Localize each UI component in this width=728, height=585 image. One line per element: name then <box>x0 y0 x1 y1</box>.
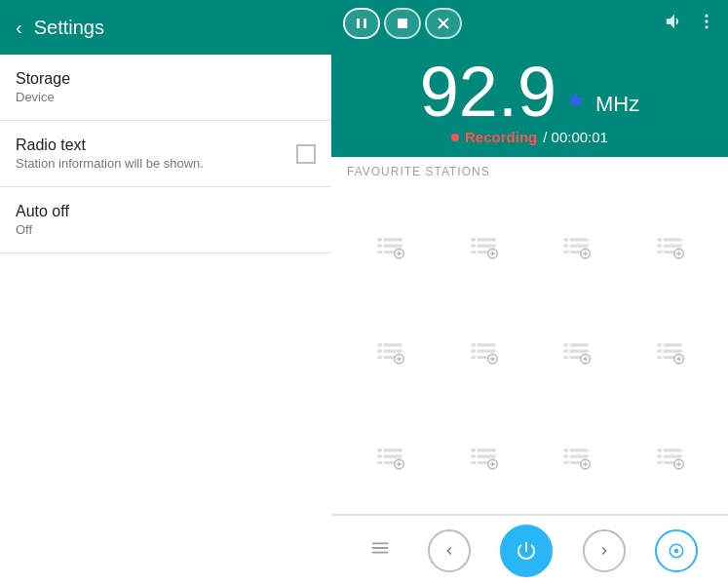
fav-station-6[interactable] <box>437 295 530 401</box>
fav-station-4[interactable] <box>623 190 716 295</box>
recording-time: / 00:00:01 <box>543 129 608 145</box>
svg-rect-1 <box>364 19 366 28</box>
fav-station-2[interactable] <box>437 190 530 295</box>
close-button[interactable] <box>425 8 462 39</box>
radio-text-setting-subtitle: Station information will be shown. <box>16 156 204 171</box>
fav-station-8[interactable] <box>623 295 716 401</box>
recording-dot-icon <box>451 134 459 141</box>
storage-setting-title: Storage <box>16 70 70 88</box>
next-station-button[interactable] <box>583 529 626 572</box>
settings-title: Settings <box>34 17 104 39</box>
fav-station-10[interactable] <box>437 401 530 506</box>
fav-station-11[interactable] <box>530 401 624 506</box>
stop-button[interactable] <box>384 8 421 39</box>
fav-station-3[interactable] <box>530 190 624 295</box>
previous-station-button[interactable] <box>428 529 471 572</box>
radio-text-setting-title: Radio text <box>16 136 204 154</box>
radio-playback-controls <box>343 8 462 39</box>
auto-off-setting-item[interactable]: Auto off Off <box>0 187 331 254</box>
auto-off-setting-subtitle: Off <box>16 222 69 237</box>
storage-setting-subtitle: Device <box>16 90 70 104</box>
recording-row: Recording / 00:00:01 <box>451 129 608 145</box>
volume-icon[interactable] <box>664 11 685 37</box>
tuner-button[interactable] <box>655 529 698 572</box>
auto-off-setting-title: Auto off <box>16 203 69 220</box>
more-options-icon[interactable] <box>697 12 716 36</box>
radio-panel: 92.9 ★ MHz Recording / 00:00:01 FAVOURIT… <box>331 0 728 585</box>
settings-panel: ‹ Settings Storage Device Radio text Sta… <box>0 0 331 585</box>
radio-text-checkbox[interactable] <box>296 144 316 164</box>
back-button[interactable]: ‹ <box>16 17 22 39</box>
fav-station-9[interactable] <box>343 401 437 506</box>
recording-label: Recording <box>465 129 537 145</box>
svg-point-5 <box>705 14 708 17</box>
radio-right-icons <box>664 11 716 37</box>
radio-top-bar <box>331 0 728 47</box>
frequency-number: 92.9 <box>420 57 556 127</box>
radio-text-setting-text: Radio text Station information will be s… <box>16 136 204 171</box>
svg-rect-0 <box>357 19 360 28</box>
fav-station-5[interactable] <box>343 295 437 401</box>
svg-point-7 <box>705 25 708 28</box>
favourite-star-icon[interactable]: ★ <box>566 88 586 127</box>
radio-bottom-controls <box>331 515 728 585</box>
favourite-stations-label: FAVOURITE STATIONS <box>331 157 728 182</box>
storage-setting-text: Storage Device <box>16 70 70 104</box>
settings-list: Storage Device Radio text Station inform… <box>0 55 331 585</box>
favourite-stations-grid <box>331 182 728 515</box>
svg-rect-2 <box>398 19 407 28</box>
radio-text-setting-item[interactable]: Radio text Station information will be s… <box>0 121 331 187</box>
frequency-display: 92.9 ★ MHz Recording / 00:00:01 <box>331 47 728 157</box>
fav-station-1[interactable] <box>343 190 437 295</box>
fav-station-7[interactable] <box>530 295 624 401</box>
stations-list-button[interactable] <box>362 529 399 571</box>
svg-point-45 <box>674 548 679 553</box>
frequency-unit: MHz <box>595 92 639 127</box>
fav-station-12[interactable] <box>623 401 716 506</box>
svg-point-6 <box>705 20 708 22</box>
settings-header: ‹ Settings <box>0 0 331 55</box>
frequency-row: 92.9 ★ MHz <box>420 57 639 127</box>
power-button[interactable] <box>500 525 553 577</box>
storage-setting-item[interactable]: Storage Device <box>0 55 331 121</box>
auto-off-setting-text: Auto off Off <box>16 203 69 237</box>
pause-button[interactable] <box>343 8 380 39</box>
